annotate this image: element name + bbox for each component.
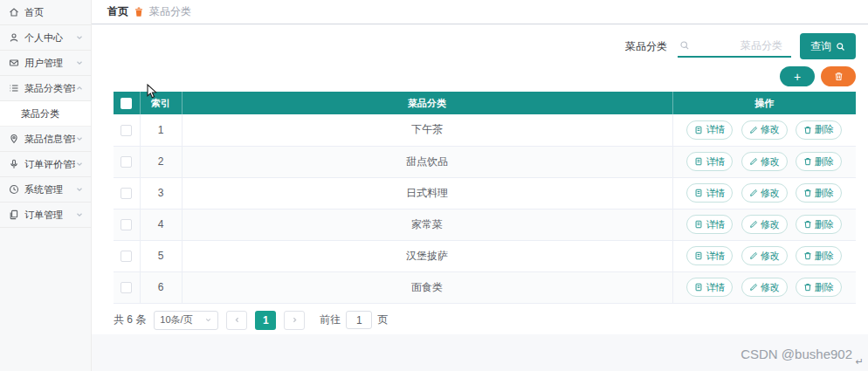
cell-category: 甜点饮品 [182,146,672,177]
delete-button[interactable]: 删除 [796,183,842,203]
search-input[interactable] [690,39,791,52]
row-checkbox[interactable] [121,188,132,199]
sidebar-item-users[interactable]: 用户管理 [0,51,91,76]
delete-button[interactable]: 删除 [796,120,842,140]
sidebar-item-label: 系统管理 [24,183,75,196]
cell-index: 2 [140,146,182,177]
sidebar-item-dish-info-mgmt[interactable]: 菜品信息管理 [0,127,91,152]
content-panel: 菜品分类 查询 + [92,24,868,334]
mail-icon [9,58,19,68]
edit-button-label: 修改 [761,281,780,294]
sidebar: 首页 个人中心 用户管理 菜品分类管理 [0,0,92,371]
table-row: 4 家常菜 详情 修改 删除 [114,209,856,240]
cell-category: 汉堡披萨 [182,240,672,271]
delete-button[interactable]: 删除 [796,152,842,171]
row-checkbox[interactable] [121,251,132,262]
row-checkbox[interactable] [121,219,132,230]
edit-icon [749,220,758,229]
edit-button[interactable]: 修改 [741,246,788,265]
sidebar-item-system-mgmt[interactable]: 系统管理 [0,177,91,203]
chevron-down-icon [204,316,212,324]
cell-index: 4 [140,209,182,240]
main-area: 首页 菜品分类 菜品分类 查询 [92,0,868,371]
sidebar-item-label: 订单评价管理 [24,158,75,171]
detail-icon [694,189,703,197]
delete-button-label: 删除 [815,218,834,231]
detail-icon [694,157,703,166]
sidebar-item-profile[interactable]: 个人中心 [0,25,91,51]
table-row: 1 下午茶 详情 修改 删除 [114,114,856,146]
select-all-checkbox[interactable] [121,98,132,109]
sidebar-item-dish-category-mgmt[interactable]: 菜品分类管理 [0,76,91,101]
table-row: 3 日式料理 详情 修改 删除 [114,177,856,209]
next-page-button[interactable] [284,311,305,330]
sidebar-item-order-mgmt[interactable]: 订单管理 [0,203,91,228]
detail-button[interactable]: 详情 [686,152,733,171]
detail-button[interactable]: 详情 [686,278,733,297]
delete-button[interactable]: 删除 [796,215,842,234]
table-row: 2 甜点饮品 详情 修改 删除 [114,146,856,177]
detail-button[interactable]: 详情 [686,183,733,203]
detail-button-label: 详情 [706,218,725,231]
edit-icon [749,126,758,134]
edit-button[interactable]: 修改 [741,120,788,140]
cell-category: 家常菜 [182,209,672,240]
query-button[interactable]: 查询 [800,33,856,59]
page-size-select[interactable]: 10条/页 [154,311,218,330]
sidebar-item-home[interactable]: 首页 [0,0,91,25]
breadcrumb-current: 菜品分类 [149,4,191,19]
search-icon [836,42,845,52]
chevron-down-icon [75,58,84,67]
edit-button[interactable]: 修改 [741,278,788,297]
edit-icon [749,189,758,197]
batch-delete-button[interactable] [821,66,856,86]
edit-button[interactable]: 修改 [741,183,788,203]
edit-button-label: 修改 [761,187,780,200]
row-checkbox[interactable] [121,282,132,293]
row-checkbox[interactable] [121,125,132,136]
cell-category: 下午茶 [182,114,672,146]
trash-icon [803,220,812,229]
pagination-total: 共 6 条 [114,313,146,327]
row-checkbox[interactable] [121,156,132,168]
delete-button[interactable]: 删除 [796,278,842,297]
sidebar-item-order-review-mgmt[interactable]: 订单评价管理 [0,152,91,177]
edit-button[interactable]: 修改 [741,215,788,234]
detail-button-label: 详情 [706,155,725,168]
add-button-label: + [794,71,801,83]
trash-icon [803,157,812,166]
detail-button[interactable]: 详情 [686,120,733,140]
detail-button[interactable]: 详情 [686,246,733,265]
sidebar-item-label: 用户管理 [24,57,75,70]
add-button[interactable]: + [780,66,815,86]
goto-page-input[interactable] [346,311,372,329]
edit-button-label: 修改 [761,218,780,231]
prev-page-button[interactable] [226,311,247,330]
search-icon [679,40,690,51]
clock-icon [9,184,19,195]
user-icon [9,32,19,43]
edit-button-label: 修改 [761,250,780,263]
detail-button-label: 详情 [706,123,725,136]
page-number-1[interactable]: 1 [255,311,276,330]
trash-icon [803,251,812,260]
mic-icon [9,159,19,169]
watermark-text: CSDN @bushe902 [741,347,852,361]
delete-button-label: 删除 [815,281,834,294]
pin-icon [9,134,19,144]
breadcrumb-home-link[interactable]: 首页 [107,4,128,19]
delete-button[interactable]: 删除 [796,246,842,265]
edit-button[interactable]: 修改 [741,152,788,171]
trash-icon [803,126,812,134]
chevron-down-icon [75,134,84,143]
pagination: 共 6 条 10条/页 1 前往 页 [114,311,856,330]
trash-icon [834,72,844,81]
search-row: 菜品分类 查询 [114,33,856,59]
edit-icon [749,283,758,292]
sidebar-subitem-dish-category[interactable]: 菜品分类 [0,101,91,127]
column-header-category: 菜品分类 [182,92,672,114]
edit-button-label: 修改 [761,155,780,168]
detail-button[interactable]: 详情 [686,215,733,234]
edit-icon [749,157,758,166]
goto-label: 前往 [320,313,341,327]
